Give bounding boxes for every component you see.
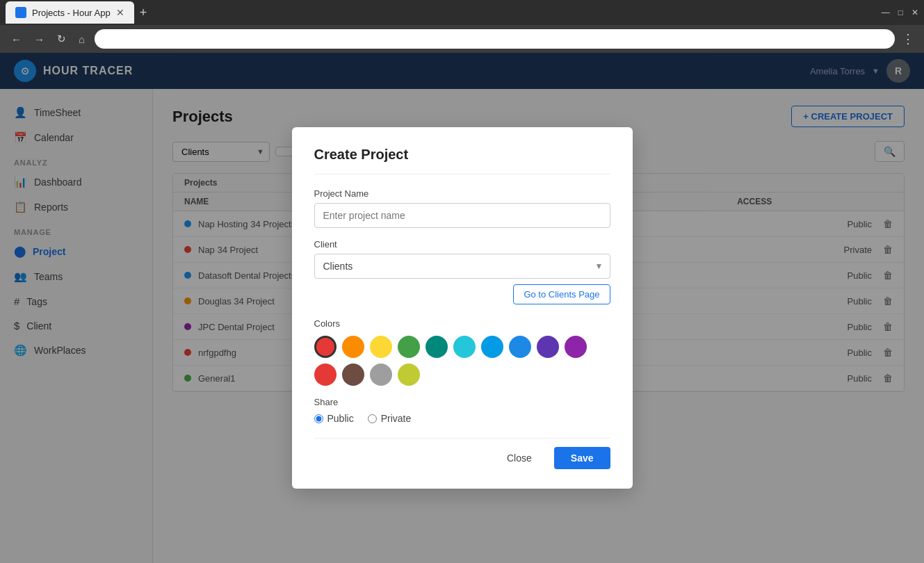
- color-swatch-orange[interactable]: [342, 336, 364, 358]
- client-select[interactable]: Clients: [314, 254, 610, 279]
- color-swatch-cyan[interactable]: [453, 336, 476, 358]
- color-swatch-yellow[interactable]: [370, 336, 392, 358]
- client-group: Client Clients ▼ Go to Clients Page: [314, 239, 610, 304]
- forward-button[interactable]: →: [31, 31, 47, 48]
- color-swatch-purple[interactable]: [565, 336, 587, 358]
- maximize-button[interactable]: □: [898, 8, 903, 17]
- client-label: Client: [314, 239, 610, 250]
- minimize-button[interactable]: —: [882, 8, 890, 17]
- tab-close-button[interactable]: ✕: [116, 7, 124, 18]
- color-swatch-green[interactable]: [398, 336, 420, 358]
- back-button[interactable]: ←: [8, 31, 24, 48]
- color-swatches: [314, 336, 610, 386]
- tab-title: Projects - Hour App: [32, 8, 111, 18]
- modal-title: Create Project: [314, 147, 610, 174]
- address-bar: ← → ↻ ⌂ ⋮: [0, 25, 924, 53]
- project-name-label: Project Name: [314, 188, 610, 199]
- share-public-label: Public: [327, 413, 354, 424]
- colors-label: Colors: [314, 318, 610, 329]
- client-select-wrap: Clients ▼: [314, 254, 610, 279]
- home-button[interactable]: ⌂: [76, 31, 88, 48]
- color-swatch-red[interactable]: [314, 336, 337, 358]
- share-private-radio[interactable]: [368, 414, 377, 423]
- browser-titlebar: Projects - Hour App ✕ + — □ ✕: [0, 0, 924, 25]
- share-private-label: Private: [381, 413, 412, 424]
- tab-bar: Projects - Hour App ✕ +: [6, 1, 876, 24]
- active-tab[interactable]: Projects - Hour App ✕: [6, 1, 134, 24]
- project-name-group: Project Name: [314, 188, 610, 228]
- colors-section: Colors: [314, 316, 610, 386]
- color-swatch-deep-purple[interactable]: [537, 336, 559, 358]
- save-button[interactable]: Save: [554, 447, 610, 469]
- color-swatch-red2[interactable]: [314, 364, 337, 386]
- color-swatch-brown[interactable]: [342, 364, 364, 386]
- window-controls: — □ ✕: [882, 8, 918, 17]
- close-button[interactable]: ✕: [911, 8, 918, 17]
- color-swatch-grey[interactable]: [370, 364, 392, 386]
- create-project-modal: Create Project Project Name Client Clien…: [292, 127, 633, 489]
- project-name-input[interactable]: [314, 203, 610, 228]
- share-private-option[interactable]: Private: [368, 413, 412, 424]
- share-label: Share: [314, 397, 610, 407]
- color-swatch-light-blue[interactable]: [481, 336, 503, 358]
- new-tab-button[interactable]: +: [134, 6, 153, 20]
- color-swatch-blue[interactable]: [509, 336, 531, 358]
- share-section: Share Public Private: [314, 397, 610, 424]
- share-public-option[interactable]: Public: [314, 413, 354, 424]
- modal-footer: Close Save: [314, 438, 610, 469]
- tab-favicon: [15, 7, 26, 18]
- browser-menu-button[interactable]: ⋮: [902, 31, 916, 47]
- go-to-clients-button[interactable]: Go to Clients Page: [513, 284, 610, 304]
- address-input[interactable]: [95, 29, 895, 49]
- refresh-button[interactable]: ↻: [54, 30, 69, 48]
- color-swatch-teal[interactable]: [425, 336, 448, 358]
- close-modal-button[interactable]: Close: [493, 447, 546, 469]
- share-public-radio[interactable]: [314, 414, 323, 423]
- modal-overlay: Create Project Project Name Client Clien…: [0, 53, 924, 563]
- share-radio-group: Public Private: [314, 413, 610, 424]
- color-swatch-lime[interactable]: [398, 364, 420, 386]
